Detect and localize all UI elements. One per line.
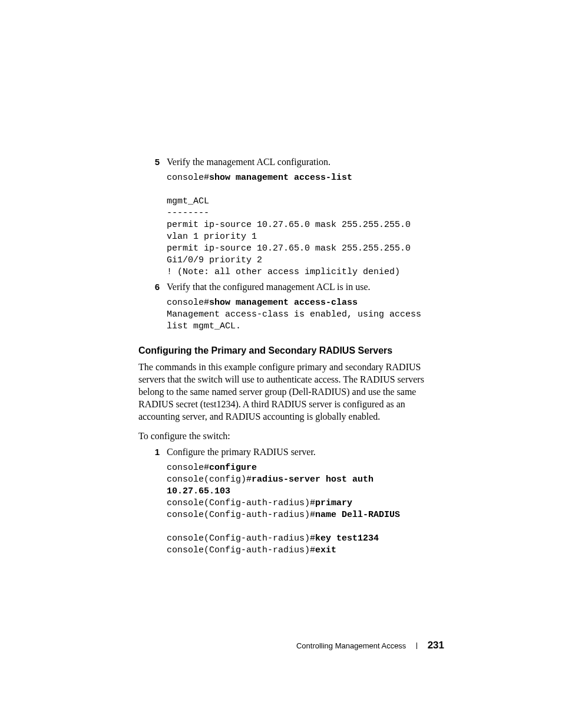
lead-text: To configure the switch: — [138, 430, 444, 442]
intro-paragraph: The commands in this example configure p… — [138, 361, 444, 423]
code-block: console#configure console(config)#radius… — [167, 462, 444, 556]
code-block: console#show management access-list mgmt… — [167, 172, 444, 278]
footer-separator — [416, 643, 417, 649]
step-body: Verify that the configured management AC… — [167, 281, 444, 332]
step-text: Verify that the configured management AC… — [167, 282, 371, 292]
footer-section: Controlling Management Access — [296, 641, 406, 650]
step-number: 6 — [138, 281, 167, 332]
step-body: Configure the primary RADIUS server. con… — [167, 446, 444, 556]
page-number: 231 — [428, 640, 444, 651]
page: 5 Verify the management ACL configuratio… — [0, 0, 562, 728]
step-number: 1 — [138, 446, 167, 556]
step-number: 5 — [138, 156, 167, 278]
step-1: 1 Configure the primary RADIUS server. c… — [138, 446, 444, 556]
page-footer: Controlling Management Access 231 — [296, 640, 444, 651]
step-text: Verify the management ACL configuration. — [167, 157, 330, 167]
step-6: 6 Verify that the configured management … — [138, 281, 444, 332]
section-heading: Configuring the Primary and Secondary RA… — [138, 345, 444, 356]
code-block: console#show management access-class Man… — [167, 297, 444, 332]
step-body: Verify the management ACL configuration.… — [167, 156, 444, 278]
step-text: Configure the primary RADIUS server. — [167, 447, 316, 457]
step-5: 5 Verify the management ACL configuratio… — [138, 156, 444, 278]
